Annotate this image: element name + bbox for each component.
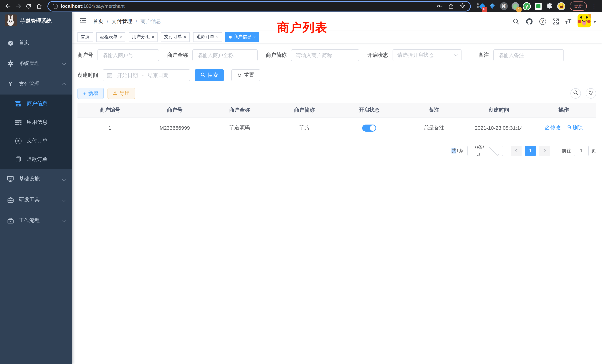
browser-profile-avatar[interactable] <box>557 2 565 10</box>
home-button[interactable] <box>34 1 44 11</box>
full-name-input[interactable] <box>192 49 258 61</box>
edit-link[interactable]: 修改 <box>544 125 561 131</box>
browser-update-button[interactable]: 更新 <box>570 1 587 11</box>
prev-page-button[interactable] <box>511 146 522 156</box>
caret-down-icon <box>594 18 596 25</box>
sidebar-item-merchant-info[interactable]: 商户信息 <box>0 95 72 113</box>
close-icon[interactable] <box>184 34 186 40</box>
chevron-down-icon <box>62 198 66 202</box>
close-icon[interactable] <box>216 34 219 40</box>
forward-button[interactable] <box>13 1 23 11</box>
font-size-icon[interactable] <box>565 18 571 25</box>
breadcrumb-home[interactable]: 首页 <box>93 18 103 25</box>
next-page-button[interactable] <box>539 146 550 156</box>
tab-label: 用户分组 <box>132 34 150 40</box>
home-icon <box>36 3 42 9</box>
tab-label: 支付订单 <box>164 34 182 40</box>
status-select[interactable]: 请选择开启状态 <box>393 49 462 61</box>
reload-button[interactable] <box>24 1 33 11</box>
remark-input[interactable] <box>493 49 564 61</box>
sidebar-item-workflow[interactable]: 工作流程 <box>0 210 72 231</box>
search-button[interactable]: 搜索 <box>195 69 224 81</box>
page-unit-label: 页 <box>591 147 596 154</box>
merchant-no-input[interactable] <box>97 49 159 61</box>
tab-refund-order[interactable]: 退款订单 <box>193 32 222 42</box>
github-icon[interactable] <box>526 18 533 25</box>
tab-pay-order[interactable]: 支付订单 <box>161 32 190 42</box>
extensions-puzzle-icon[interactable] <box>546 2 554 10</box>
end-date-input[interactable] <box>144 72 172 78</box>
sidebar-item-label: 退款订单 <box>27 156 47 163</box>
sidebar-item-home[interactable]: 首页 <box>0 32 72 53</box>
extension-kite-icon[interactable] <box>488 2 496 10</box>
page-url: localhost:1024/pay/merchant <box>61 3 125 9</box>
merchant-table: 商户编号 商户号 商户全称 商户简称 开启状态 备注 创建时间 操作 1 <box>77 103 596 139</box>
extension-diamond-icon[interactable]: 10 <box>477 2 485 10</box>
tab-home[interactable]: 首页 <box>77 32 93 42</box>
sidebar-item-label: 研发工具 <box>19 196 40 203</box>
address-bar[interactable]: i localhost:1024/pay/merchant <box>47 1 471 11</box>
toggle-search-button[interactable] <box>570 88 581 99</box>
diamond-squares-icon <box>477 3 479 8</box>
col-actions: 操作 <box>531 103 596 117</box>
goto-page-input[interactable] <box>574 146 589 156</box>
sidebar-item-pay[interactable]: 支付管理 <box>0 74 72 95</box>
close-icon[interactable] <box>152 34 154 40</box>
close-icon[interactable] <box>119 34 122 40</box>
short-name-input[interactable] <box>291 49 359 61</box>
tab-user-group[interactable]: 用户分组 <box>129 32 158 42</box>
sidebar-item-pay-order[interactable]: 支付订单 <box>0 132 72 150</box>
delete-link[interactable]: 删除 <box>567 125 583 131</box>
col-short-name: 商户简称 <box>272 103 337 117</box>
start-date-input[interactable] <box>114 72 141 78</box>
toolbox-icon <box>7 218 14 223</box>
page-number-1[interactable]: 1 <box>525 146 536 156</box>
sidebar-item-dev-tools[interactable]: 研发工具 <box>0 189 72 210</box>
page-header: 首页 / 支付管理 / 商户信息 <box>72 12 602 31</box>
cell-merchant-id: 1 <box>77 117 142 139</box>
goto-label: 前往 <box>562 147 571 154</box>
tags-view-bar: 首页 流程表单 用户分组 支付订单 退款订单 <box>72 31 602 43</box>
site-info-icon[interactable]: i <box>53 3 58 9</box>
breadcrumb-pay[interactable]: 支付管理 <box>112 18 132 25</box>
tab-process-form[interactable]: 流程表单 <box>96 32 125 42</box>
sidebar-item-refund-order[interactable]: 退款订单 <box>0 150 72 169</box>
share-icon[interactable] <box>448 3 454 9</box>
cell-short-name: 芋艿 <box>272 117 337 139</box>
export-button[interactable]: 导出 <box>108 88 135 99</box>
add-button[interactable]: 新增 <box>77 88 104 99</box>
password-key-icon[interactable] <box>437 3 443 9</box>
refresh-table-button[interactable] <box>586 88 596 99</box>
tab-merchant-info[interactable]: 商户信息 <box>225 32 259 42</box>
extension-y-icon[interactable]: y <box>523 2 531 10</box>
close-icon[interactable] <box>253 34 256 40</box>
remark-label: 备注 <box>479 52 489 59</box>
tab-label: 首页 <box>81 34 90 40</box>
cell-merchant-no: M233666999 <box>142 117 207 139</box>
extension-command-icon[interactable]: ⌘ <box>500 2 508 10</box>
app-logo[interactable]: 芋道管理系统 <box>0 12 72 30</box>
search-icon[interactable] <box>513 18 519 25</box>
user-menu[interactable] <box>578 14 596 29</box>
sidebar-collapse-icon[interactable] <box>78 16 88 27</box>
extension-doc-icon[interactable] <box>534 2 542 10</box>
yen-circle-icon <box>15 138 22 144</box>
sidebar-item-label: 支付管理 <box>19 81 40 87</box>
col-status: 开启状态 <box>337 103 402 117</box>
extension-circle-icon[interactable]: 1 <box>511 2 519 10</box>
delete-label: 删除 <box>572 125 583 131</box>
help-icon[interactable] <box>539 18 546 25</box>
sidebar-item-app-info[interactable]: 应用信息 <box>0 113 72 132</box>
create-time-range-picker[interactable]: - <box>103 69 190 81</box>
page-size-select[interactable]: 10条/页 <box>467 146 503 156</box>
fullscreen-icon[interactable] <box>552 18 559 25</box>
browser-menu-icon[interactable] <box>589 3 599 10</box>
col-remark: 备注 <box>402 103 466 117</box>
back-button[interactable] <box>3 1 13 11</box>
sidebar-item-infra[interactable]: 基础设施 <box>0 169 72 189</box>
breadcrumb-separator: / <box>107 19 108 24</box>
status-toggle[interactable] <box>362 124 376 131</box>
sidebar-item-system[interactable]: 系统管理 <box>0 53 72 74</box>
bookmark-star-icon[interactable] <box>459 3 466 9</box>
reset-button[interactable]: 重置 <box>231 69 260 81</box>
